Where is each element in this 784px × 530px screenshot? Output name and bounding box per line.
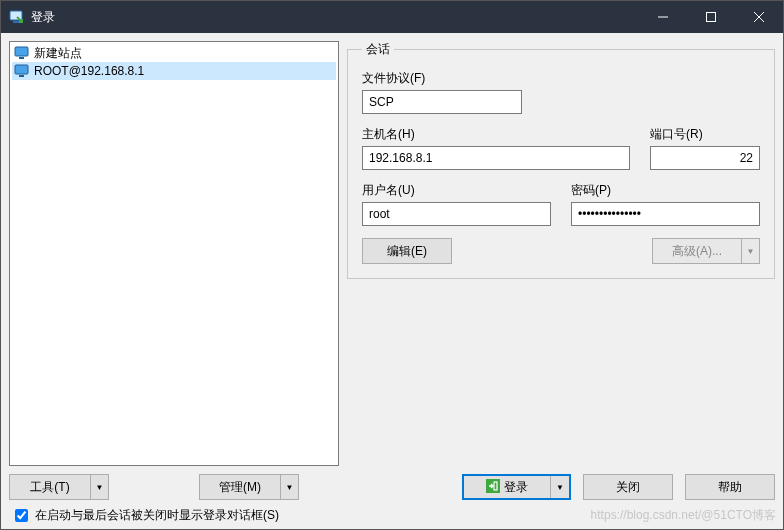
port-label: 端口号(R) — [650, 126, 760, 143]
show-login-checkbox[interactable]: 在启动与最后会话被关闭时显示登录对话框(S) — [9, 506, 775, 525]
button-row: 工具(T) ▼ 管理(M) ▼ 登录 ▼ — [9, 474, 775, 500]
host-label: 主机名(H) — [362, 126, 630, 143]
bottom-bar: 工具(T) ▼ 管理(M) ▼ 登录 ▼ — [1, 474, 783, 529]
login-button[interactable]: 登录 ▼ — [462, 474, 571, 500]
close-button[interactable] — [735, 1, 783, 33]
session-fieldset: 会话 文件协议(F) 主机名(H) 端口号(R) — [347, 41, 775, 279]
show-login-checkbox-label: 在启动与最后会话被关闭时显示登录对话框(S) — [35, 507, 279, 524]
username-field[interactable] — [362, 202, 551, 226]
minimize-button[interactable] — [639, 1, 687, 33]
login-icon — [486, 479, 500, 496]
tree-item-label: ROOT@192.168.8.1 — [34, 64, 144, 78]
monitor-icon — [14, 46, 30, 60]
port-field[interactable] — [650, 146, 760, 170]
tree-item-new-site[interactable]: 新建站点 — [12, 44, 336, 62]
username-label: 用户名(U) — [362, 182, 551, 199]
show-login-checkbox-input[interactable] — [15, 509, 28, 522]
chevron-down-icon: ▼ — [742, 238, 760, 264]
svg-rect-6 — [15, 47, 28, 56]
protocol-field[interactable] — [362, 90, 522, 114]
right-pane: 会话 文件协议(F) 主机名(H) 端口号(R) — [347, 41, 775, 466]
session-legend: 会话 — [362, 41, 394, 58]
maximize-button[interactable] — [687, 1, 735, 33]
help-button[interactable]: 帮助 — [685, 474, 775, 500]
password-field[interactable] — [571, 202, 760, 226]
svg-rect-0 — [10, 11, 22, 20]
chevron-down-icon[interactable]: ▼ — [551, 476, 569, 498]
svg-rect-3 — [707, 13, 716, 22]
app-icon — [9, 9, 25, 25]
login-button-label: 登录 — [504, 479, 528, 496]
dialog-body: 新建站点 ROOT@192.168.8.1 会话 文件协议(F) — [1, 33, 783, 474]
advanced-button: 高级(A)... ▼ — [652, 238, 760, 264]
edit-button[interactable]: 编辑(E) — [362, 238, 452, 264]
chevron-down-icon: ▼ — [281, 474, 299, 500]
svg-rect-1 — [13, 21, 19, 23]
window-title: 登录 — [31, 9, 55, 26]
chevron-down-icon: ▼ — [91, 474, 109, 500]
left-pane: 新建站点 ROOT@192.168.8.1 — [9, 41, 339, 466]
advanced-button-label: 高级(A)... — [652, 238, 742, 264]
svg-rect-7 — [19, 57, 24, 59]
password-label: 密码(P) — [571, 182, 760, 199]
titlebar[interactable]: 登录 — [1, 1, 783, 33]
protocol-label: 文件协议(F) — [362, 70, 760, 87]
login-window: 登录 新建站点 — [0, 0, 784, 530]
host-field[interactable] — [362, 146, 630, 170]
monitor-icon — [14, 64, 30, 78]
svg-rect-9 — [19, 75, 24, 77]
manage-button[interactable]: 管理(M) ▼ — [199, 474, 299, 500]
tree-item-label: 新建站点 — [34, 45, 82, 62]
tools-button[interactable]: 工具(T) ▼ — [9, 474, 109, 500]
tree-item-root-session[interactable]: ROOT@192.168.8.1 — [12, 62, 336, 80]
close-dialog-button[interactable]: 关闭 — [583, 474, 673, 500]
svg-rect-8 — [15, 65, 28, 74]
site-tree[interactable]: 新建站点 ROOT@192.168.8.1 — [9, 41, 339, 466]
